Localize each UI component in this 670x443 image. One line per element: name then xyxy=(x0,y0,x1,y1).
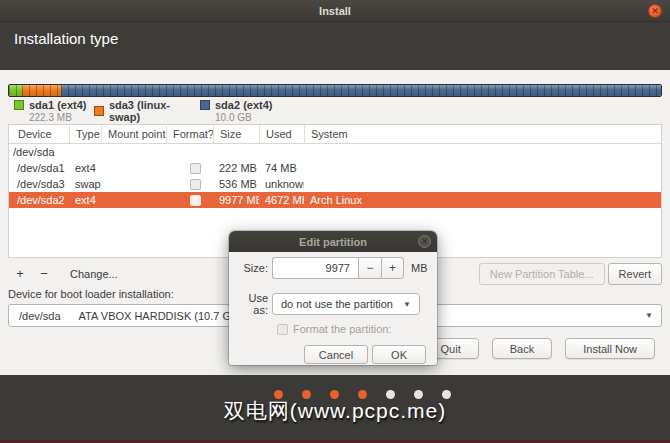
chevron-down-icon: ▼ xyxy=(645,311,653,320)
legend-label-sda1: sda1 (ext4) xyxy=(29,99,86,111)
size-input[interactable] xyxy=(272,257,358,279)
legend-size-sda1: 222.3 MB xyxy=(29,112,94,123)
cell-device: /dev/sda xyxy=(9,146,69,158)
cell-type: ext4 xyxy=(69,194,101,206)
use-as-value: do not use the partition xyxy=(281,298,393,310)
install-now-button[interactable]: Install Now xyxy=(565,338,655,359)
cell-type: swap xyxy=(69,178,101,190)
format-row: Format the partition: xyxy=(237,323,437,335)
cell-device: /dev/sda3 xyxy=(9,178,69,190)
cell-device: /dev/sda1 xyxy=(9,162,69,174)
size-unit-label: MB xyxy=(411,262,428,274)
cell-device: /dev/sda2 xyxy=(9,194,69,206)
dialog-close-icon[interactable]: ✕ xyxy=(418,235,431,248)
ok-button[interactable]: OK xyxy=(372,345,426,364)
legend-label-sda3: sda3 (linux-swap) xyxy=(109,99,200,123)
format-checkbox[interactable] xyxy=(190,195,201,206)
dialog-title: Edit partition xyxy=(299,236,367,248)
dialog-titlebar: Edit partition ✕ xyxy=(229,231,437,252)
format-partition-checkbox[interactable] xyxy=(277,324,288,335)
bootloader-label: Device for boot loader installation: xyxy=(8,288,174,300)
use-as-label: Use as: xyxy=(237,292,268,316)
cell-size: 9977 MB xyxy=(213,194,259,206)
cell-type: ext4 xyxy=(69,162,101,174)
installer-window: Install ✕ Installation type sda1 (ext4) … xyxy=(0,0,670,443)
partition-table-header: Device Type Mount point Format? Size Use… xyxy=(9,125,661,144)
col-header-used[interactable]: Used xyxy=(259,125,304,143)
size-label: Size: xyxy=(237,262,268,274)
legend-label-sda2: sda2 (ext4) xyxy=(215,99,272,111)
col-header-mount-point[interactable]: Mount point xyxy=(101,125,166,143)
size-decrement-button[interactable]: − xyxy=(358,257,381,279)
disk-segment-sda2 xyxy=(61,85,661,96)
table-row-sda2-selected[interactable]: /dev/sda2 ext4 9977 MB 4672 MB Arch Linu… xyxy=(9,192,661,208)
cell-size: 222 MB xyxy=(213,162,259,174)
edit-partition-dialog: Edit partition ✕ Size: − + MB Use as: do… xyxy=(229,231,437,365)
chevron-down-icon: ▼ xyxy=(403,300,411,309)
col-header-format[interactable]: Format? xyxy=(166,125,213,143)
window-close-icon[interactable]: ✕ xyxy=(648,4,662,18)
format-partition-label: Format the partition: xyxy=(293,323,391,335)
size-row: Size: − + MB xyxy=(237,257,437,279)
disk-segment-sda3 xyxy=(22,85,61,96)
action-buttons: Quit Back Install Now xyxy=(423,338,655,359)
legend-size-sda2: 10.0 GB xyxy=(215,112,320,123)
table-row-sda[interactable]: /dev/sda xyxy=(9,144,661,160)
window-titlebar: Install ✕ xyxy=(0,0,670,22)
cancel-button[interactable]: Cancel xyxy=(304,345,368,364)
bootloader-device-description: ATA VBOX HARDDISK (10.7 GB) xyxy=(79,310,242,322)
back-button[interactable]: Back xyxy=(492,338,552,359)
disk-segment-sda1 xyxy=(9,85,22,96)
dialog-buttons: Cancel OK xyxy=(237,345,437,364)
change-partition-button[interactable]: Change... xyxy=(70,268,118,280)
legend-swatch-sda3 xyxy=(94,106,104,116)
legend-swatch-sda1 xyxy=(14,100,24,110)
format-checkbox[interactable] xyxy=(190,179,201,190)
col-header-size[interactable]: Size xyxy=(213,125,259,143)
cell-used: unknown xyxy=(259,178,304,190)
cell-system: Arch Linux xyxy=(304,194,661,206)
add-partition-button[interactable]: + xyxy=(8,266,32,281)
table-row-sda1[interactable]: /dev/sda1 ext4 222 MB 74 MB xyxy=(9,160,661,176)
new-partition-table-button[interactable]: New Partition Table... xyxy=(479,263,605,285)
cell-used: 74 MB xyxy=(259,162,304,174)
col-header-device[interactable]: Device xyxy=(9,125,69,143)
size-increment-button[interactable]: + xyxy=(381,257,404,279)
watermark-footer: 双电网(www.pcpc.me) xyxy=(0,375,670,443)
format-checkbox[interactable] xyxy=(190,163,201,174)
bootloader-device-name: /dev/sda xyxy=(19,310,61,322)
page-title: Installation type xyxy=(14,30,118,47)
use-as-row: Use as: do not use the partition ▼ xyxy=(237,292,437,316)
watermark-text: 双电网(www.pcpc.me) xyxy=(0,397,670,425)
col-header-type[interactable]: Type xyxy=(69,125,101,143)
table-row-sda3[interactable]: /dev/sda3 swap 536 MB unknown xyxy=(9,176,661,192)
cell-size: 536 MB xyxy=(213,178,259,190)
legend-swatch-sda2 xyxy=(200,100,210,110)
cell-used: 4672 MB xyxy=(259,194,304,206)
header-area: Install ✕ Installation type xyxy=(0,0,670,70)
window-title: Install xyxy=(319,5,351,17)
use-as-select[interactable]: do not use the partition ▼ xyxy=(272,293,420,315)
revert-button[interactable]: Revert xyxy=(608,263,662,285)
remove-partition-button[interactable]: − xyxy=(32,266,56,281)
disk-usage-bar xyxy=(8,84,662,97)
dialog-body: Size: − + MB Use as: do not use the part… xyxy=(229,252,437,364)
col-header-system[interactable]: System xyxy=(304,125,661,143)
